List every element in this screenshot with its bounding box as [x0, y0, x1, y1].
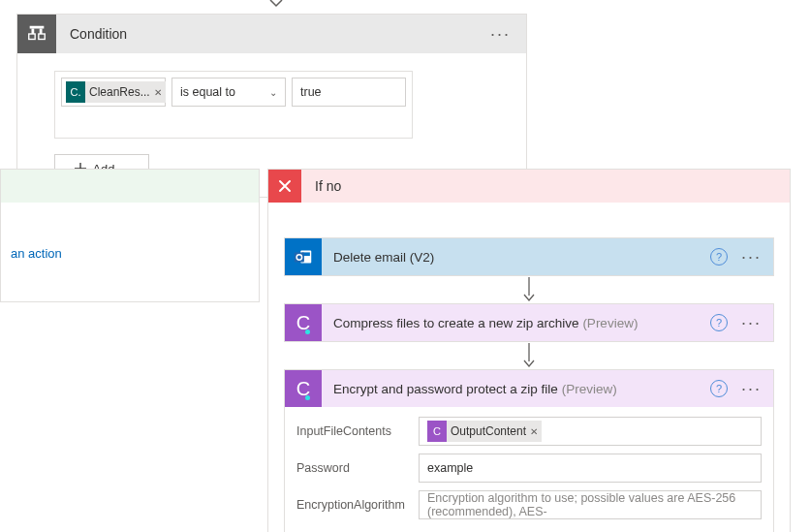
action-header-compress[interactable]: C Compress files to create a new zip arc…	[285, 304, 773, 341]
help-icon[interactable]: ?	[710, 380, 728, 397]
help-icon[interactable]: ?	[710, 248, 728, 266]
help-icon[interactable]: ?	[710, 314, 728, 331]
condition-icon	[17, 15, 56, 53]
action-title: Delete email (V2)	[333, 250, 710, 265]
if-no-label: If no	[315, 178, 341, 194]
token-remove-icon[interactable]: ✕	[154, 87, 162, 98]
field-input-password[interactable]: example	[419, 454, 762, 483]
if-yes-branch: an action	[0, 169, 260, 302]
condition-header[interactable]: Condition ···	[17, 15, 526, 53]
field-label-input: InputFileContents	[296, 424, 419, 438]
field-input-file-contents[interactable]: C OutputContent ✕	[419, 417, 762, 446]
token-label: OutputContent	[451, 424, 526, 438]
token-remove-icon[interactable]: ✕	[530, 426, 538, 437]
chevron-down-icon: ⌄	[269, 87, 277, 98]
cloudmersive-icon: C	[285, 304, 322, 341]
if-no-header: If no	[268, 170, 790, 203]
condition-operator-select[interactable]: is equal to ⌄	[171, 78, 286, 107]
token-source-icon: C	[427, 421, 447, 442]
action-delete-email: Delete email (V2) ? ···	[284, 237, 774, 276]
condition-value: true	[300, 85, 322, 99]
dynamic-content-token[interactable]: C OutputContent ✕	[427, 421, 542, 442]
cloudmersive-icon: C	[285, 370, 322, 407]
action-title: Compress files to create a new zip archi…	[333, 316, 710, 330]
svg-rect-7	[295, 252, 304, 262]
if-no-branch: If no Delete email (V2) ? ···	[267, 169, 791, 532]
flow-connector	[284, 276, 774, 303]
svg-rect-2	[40, 29, 43, 35]
dynamic-content-token[interactable]: C. CleanRes... ✕	[66, 81, 166, 103]
svg-rect-4	[39, 34, 45, 40]
svg-rect-3	[29, 34, 35, 40]
condition-left-operand[interactable]: C. CleanRes... ✕	[61, 78, 166, 107]
action-menu-icon[interactable]: ···	[735, 379, 767, 399]
condition-expression-row: C. CleanRes... ✕ is equal to ⌄ true	[61, 78, 406, 107]
field-label-algorithm: EncryptionAlgorithm	[296, 498, 419, 512]
preview-tag: (Preview)	[562, 382, 617, 396]
flow-connector	[284, 342, 774, 369]
action-menu-icon[interactable]: ···	[735, 313, 767, 333]
svg-rect-0	[30, 26, 45, 29]
condition-title: Condition	[70, 26, 484, 42]
action-menu-icon[interactable]: ···	[735, 247, 767, 267]
svg-rect-1	[32, 29, 35, 35]
preview-tag: (Preview)	[582, 316, 638, 330]
add-action-link[interactable]: an action	[11, 246, 62, 261]
token-source-icon: C.	[66, 81, 85, 103]
condition-right-operand[interactable]: true	[292, 78, 406, 107]
operator-label: is equal to	[180, 85, 235, 99]
action-header-delete[interactable]: Delete email (V2) ? ···	[285, 238, 773, 275]
action-header-encrypt[interactable]: C Encrypt and password protect a zip fil…	[285, 370, 773, 407]
if-no-icon	[268, 170, 301, 203]
field-label-password: Password	[296, 461, 419, 475]
action-encrypt-zip: C Encrypt and password protect a zip fil…	[284, 369, 774, 532]
outlook-icon	[285, 238, 322, 275]
action-compress-zip: C Compress files to create a new zip arc…	[284, 303, 774, 342]
action-title: Encrypt and password protect a zip file …	[333, 382, 710, 396]
field-input-algorithm[interactable]: Encryption algorithm to use; possible va…	[419, 490, 762, 519]
condition-menu-icon[interactable]: ···	[484, 24, 516, 45]
flow-arrow-in	[269, 0, 283, 12]
if-yes-header	[1, 170, 259, 203]
action-form: InputFileContents C OutputContent ✕ Pass…	[285, 407, 773, 532]
token-label: CleanRes...	[89, 85, 150, 99]
